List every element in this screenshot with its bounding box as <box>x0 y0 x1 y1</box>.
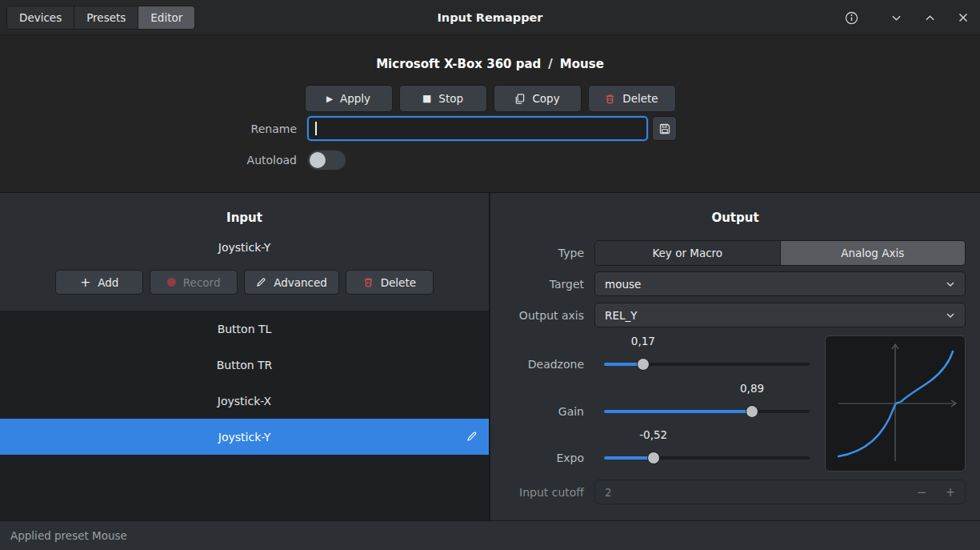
close-icon[interactable] <box>956 10 970 25</box>
preset-actions: ▶ Apply ■ Stop Copy <box>0 85 980 112</box>
tab-devices[interactable]: Devices <box>7 6 74 29</box>
titlebar: Input Remapper Devices Presets Editor <box>0 0 980 35</box>
copy-button[interactable]: Copy <box>494 85 582 112</box>
slider-handle[interactable] <box>637 358 650 371</box>
rename-label: Rename <box>0 122 297 135</box>
copy-icon <box>514 94 525 104</box>
rename-input[interactable] <box>307 116 648 141</box>
type-segmented-control: Key or Macro Analog Axis <box>594 240 966 266</box>
increment-button[interactable]: + <box>936 480 965 504</box>
input-list: Button TL Button TR Joystick-X Joystick-… <box>0 311 489 520</box>
stop-icon: ■ <box>422 94 431 103</box>
window-controls <box>844 0 970 35</box>
apply-button[interactable]: ▶ Apply <box>305 85 393 112</box>
record-button[interactable]: Record <box>150 270 238 295</box>
input-cutoff-label: Input cutoff <box>490 486 584 499</box>
tab-editor[interactable]: Editor <box>138 6 194 29</box>
delete-input-button[interactable]: Delete <box>346 270 434 295</box>
minimize-chevron-down-icon[interactable] <box>889 10 903 25</box>
target-dropdown[interactable]: mouse <box>594 271 966 296</box>
advanced-button[interactable]: Advanced <box>244 270 339 295</box>
input-panel-title: Input <box>0 211 489 225</box>
toggle-knob <box>310 152 326 168</box>
deadzone-label: Deadzone <box>490 358 584 371</box>
type-option-key-or-macro[interactable]: Key or Macro <box>595 241 781 265</box>
expo-label: Expo <box>490 452 584 464</box>
text-cursor <box>315 122 317 135</box>
stop-button[interactable]: ■ Stop <box>399 85 487 112</box>
output-axis-value: REL_Y <box>605 309 637 322</box>
preset-section: Microsoft X-Box 360 pad/Mouse ▶ Apply ■ … <box>0 35 980 192</box>
save-rename-button[interactable] <box>652 116 677 141</box>
trash-icon <box>363 277 374 287</box>
trash-icon <box>605 94 615 104</box>
list-item-joystick-y[interactable]: Joystick-Y <box>0 419 489 455</box>
output-axis-label: Output axis <box>490 309 584 322</box>
current-input-name: Joystick-Y <box>0 241 489 254</box>
gain-value: 0,89 <box>740 382 764 395</box>
list-item-joystick-x[interactable]: Joystick-X <box>0 383 489 419</box>
floppy-icon <box>659 123 670 134</box>
view-tab-group: Devices Presets Editor <box>6 6 195 30</box>
info-icon[interactable] <box>844 10 858 25</box>
deadzone-slider[interactable]: 0,17 <box>604 358 810 371</box>
maximize-chevron-up-icon[interactable] <box>922 10 937 25</box>
input-panel: Input Joystick-Y + Add Record Advanced <box>0 193 489 520</box>
slider-handle[interactable] <box>746 405 758 418</box>
edit-pencil-icon[interactable] <box>466 431 478 442</box>
gain-label: Gain <box>490 405 584 418</box>
type-option-analog-axis[interactable]: Analog Axis <box>781 241 966 265</box>
record-dot-icon <box>167 278 176 287</box>
delete-preset-button[interactable]: Delete <box>588 85 676 112</box>
plus-icon: + <box>80 276 90 289</box>
status-text: Applied preset Mouse <box>10 529 127 542</box>
input-cutoff-value: 2 <box>595 486 907 499</box>
input-actions: + Add Record Advanced <box>0 270 489 295</box>
expo-curve-graph <box>825 335 966 472</box>
pencil-icon <box>256 277 266 287</box>
deadzone-value: 0,17 <box>631 335 655 347</box>
input-cutoff-spinner[interactable]: 2 − + <box>594 480 966 504</box>
target-value: mouse <box>605 278 641 291</box>
chevron-down-icon <box>946 312 955 319</box>
preset-breadcrumb: Microsoft X-Box 360 pad/Mouse <box>0 57 980 71</box>
output-axis-dropdown[interactable]: REL_Y <box>594 303 966 327</box>
expo-value: -0,52 <box>639 428 667 441</box>
output-panel-title: Output <box>490 211 980 225</box>
slider-fill <box>604 456 654 460</box>
list-item-button-tr[interactable]: Button TR <box>0 347 489 383</box>
target-label: Target <box>490 278 584 291</box>
gain-slider[interactable]: 0,89 <box>604 405 810 418</box>
device-name: Microsoft X-Box 360 pad <box>376 57 541 71</box>
tab-presets[interactable]: Presets <box>74 6 138 29</box>
decrement-button[interactable]: − <box>907 480 936 504</box>
slider-handle[interactable] <box>647 452 660 464</box>
preset-name: Mouse <box>560 57 604 71</box>
slider-fill <box>604 410 752 413</box>
list-item-button-tl[interactable]: Button TL <box>0 311 489 347</box>
add-input-button[interactable]: + Add <box>55 270 143 295</box>
type-label: Type <box>490 247 584 259</box>
breadcrumb-separator: / <box>548 57 552 71</box>
play-icon: ▶ <box>326 94 333 103</box>
autoload-toggle[interactable] <box>307 150 346 171</box>
expo-slider[interactable]: -0,52 <box>604 452 810 464</box>
status-bar: Applied preset Mouse <box>0 520 980 550</box>
autoload-label: Autoload <box>0 154 297 167</box>
output-panel: Output Type Key or Macro Analog Axis Tar… <box>490 193 980 520</box>
chevron-down-icon <box>946 281 955 287</box>
